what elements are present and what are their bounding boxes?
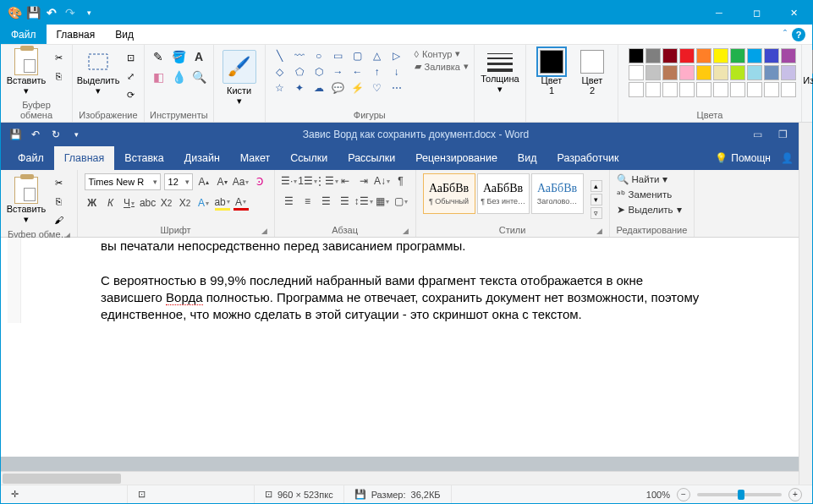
font-name-select[interactable]: Times New R bbox=[85, 173, 161, 190]
font-color-icon[interactable]: A bbox=[233, 195, 249, 211]
increase-indent-icon[interactable]: ⇥ bbox=[356, 173, 371, 189]
color-swatch[interactable] bbox=[662, 48, 678, 63]
tab-view[interactable]: Вид bbox=[105, 25, 144, 44]
word-cut-icon[interactable]: ✂ bbox=[50, 175, 67, 190]
ribbon-collapse-icon[interactable]: ˆ bbox=[783, 29, 787, 41]
paint-horizontal-scrollbar[interactable] bbox=[1, 471, 799, 485]
shapes-gallery[interactable]: ╲〰○▭▢△▷ ◇⬠⬡→←↑↓ ☆✦☁💬⚡♡⋯ bbox=[271, 48, 406, 96]
justify-icon[interactable]: ☰ bbox=[338, 194, 353, 209]
align-left-icon[interactable]: ☰ bbox=[282, 194, 297, 209]
color-swatch[interactable] bbox=[645, 65, 661, 80]
font-size-select[interactable]: 12 bbox=[164, 173, 193, 190]
show-marks-icon[interactable]: ¶ bbox=[393, 173, 409, 189]
color-swatch[interactable] bbox=[713, 65, 728, 80]
color-swatch[interactable] bbox=[645, 82, 661, 97]
borders-icon[interactable]: ▢ bbox=[393, 194, 409, 209]
styles-scroll-down-icon[interactable]: ▾ bbox=[591, 194, 602, 205]
multilevel-icon[interactable]: ⋮☰ bbox=[319, 173, 334, 189]
italic-button[interactable]: К bbox=[103, 195, 118, 211]
eraser-icon[interactable]: ◧ bbox=[150, 68, 167, 85]
color-swatch[interactable] bbox=[781, 65, 796, 80]
color-swatch[interactable] bbox=[730, 48, 745, 63]
tab-file[interactable]: Файл bbox=[1, 25, 47, 44]
word-ribbon-options-icon[interactable]: ▭ bbox=[748, 127, 766, 142]
numbering-icon[interactable]: 1☰ bbox=[300, 173, 316, 189]
shape-fill-button[interactable]: ▰Заливка ▾ bbox=[415, 61, 469, 72]
wtab-file[interactable]: Файл bbox=[8, 146, 54, 170]
color-swatch[interactable] bbox=[629, 48, 644, 63]
dialog-launcher-icon[interactable]: ◢ bbox=[261, 227, 267, 235]
bold-button[interactable]: Ж bbox=[85, 195, 100, 211]
qat-customize-icon[interactable]: ▾ bbox=[80, 4, 97, 21]
wtab-home[interactable]: Главная bbox=[54, 146, 115, 170]
style-normal[interactable]: АаБбВв¶ Обычный bbox=[423, 173, 475, 214]
bullets-icon[interactable]: ☰· bbox=[282, 173, 297, 189]
wtab-layout[interactable]: Макет bbox=[230, 146, 280, 170]
resize-icon[interactable]: ⤢ bbox=[122, 68, 139, 84]
color-palette[interactable] bbox=[629, 48, 796, 97]
edit-colors-button[interactable]: Изменение цветов bbox=[807, 48, 813, 96]
text-effects-icon[interactable]: A bbox=[196, 195, 211, 211]
wtab-design[interactable]: Дизайн bbox=[174, 146, 230, 170]
color-swatch[interactable] bbox=[629, 65, 644, 80]
wtab-view[interactable]: Вид bbox=[508, 146, 547, 170]
word-save-icon[interactable]: 💾 bbox=[8, 127, 23, 142]
wtab-references[interactable]: Ссылки bbox=[280, 146, 338, 170]
color-swatch[interactable] bbox=[747, 82, 762, 97]
wtab-mailings[interactable]: Рассылки bbox=[338, 146, 405, 170]
line-spacing-icon[interactable]: ↕☰ bbox=[356, 194, 371, 209]
color-swatch[interactable] bbox=[645, 48, 661, 63]
subscript-icon[interactable]: X2 bbox=[159, 195, 174, 211]
maximize-button[interactable]: ◻ bbox=[738, 1, 775, 25]
wtab-insert[interactable]: Вставка bbox=[114, 146, 173, 170]
color-swatch[interactable] bbox=[696, 48, 711, 63]
tab-home[interactable]: Главная bbox=[47, 25, 106, 44]
color-swatch[interactable] bbox=[781, 82, 796, 97]
paste-button[interactable]: Вставить▾ bbox=[6, 48, 47, 96]
help-icon[interactable]: ? bbox=[792, 28, 805, 41]
color-swatch[interactable] bbox=[730, 82, 745, 97]
strikethrough-icon[interactable]: abc bbox=[140, 195, 156, 211]
color-swatch[interactable] bbox=[764, 65, 779, 80]
color1-button[interactable]: Цвет 1 bbox=[531, 48, 572, 96]
underline-button[interactable]: Ч bbox=[122, 195, 137, 211]
brushes-button[interactable]: 🖌️ Кисти▾ bbox=[219, 48, 260, 106]
dialog-launcher-icon[interactable]: ◢ bbox=[403, 227, 409, 235]
style-heading1[interactable]: АаБбВвЗаголово… bbox=[531, 173, 584, 214]
shrink-font-icon[interactable]: A▾ bbox=[215, 174, 230, 189]
zoom-in-button[interactable]: + bbox=[788, 488, 802, 501]
select-button[interactable]: Выделить▾ bbox=[78, 48, 118, 96]
color-swatch[interactable] bbox=[781, 48, 796, 63]
color-swatch[interactable] bbox=[679, 65, 695, 80]
crop-icon[interactable]: ⊡ bbox=[122, 50, 139, 65]
color-swatch[interactable] bbox=[696, 82, 711, 97]
word-undo-icon[interactable]: ↶ bbox=[28, 127, 43, 142]
paint-vertical-scrollbar[interactable] bbox=[799, 123, 812, 485]
tell-me-button[interactable]: 💡 Помощн bbox=[715, 152, 771, 164]
cut-icon[interactable]: ✂ bbox=[50, 50, 67, 65]
eyedropper-icon[interactable]: 💧 bbox=[170, 68, 187, 85]
superscript-icon[interactable]: X2 bbox=[178, 195, 193, 211]
color-swatch[interactable] bbox=[730, 65, 745, 80]
dialog-launcher-icon[interactable]: ◢ bbox=[596, 227, 602, 235]
color-swatch[interactable] bbox=[696, 65, 711, 80]
paint-canvas[interactable]: 💾 ↶ ↻ ▾ Завис Ворд как сохранить докумен… bbox=[1, 123, 812, 485]
color-swatch[interactable] bbox=[747, 48, 762, 63]
text-icon[interactable]: A bbox=[190, 48, 207, 65]
color-swatch[interactable] bbox=[713, 48, 728, 63]
decrease-indent-icon[interactable]: ⇤ bbox=[338, 173, 353, 189]
color-swatch[interactable] bbox=[764, 48, 779, 63]
qat-redo-icon[interactable]: ↷ bbox=[62, 4, 79, 21]
word-paste-button[interactable]: Вставить▾ bbox=[8, 173, 45, 227]
color-swatch[interactable] bbox=[764, 82, 779, 97]
align-right-icon[interactable]: ☰ bbox=[319, 194, 334, 209]
find-button[interactable]: 🔍Найти ▾ bbox=[617, 173, 682, 185]
style-no-spacing[interactable]: АаБбВв¶ Без инте… bbox=[477, 173, 530, 214]
wtab-review[interactable]: Рецензирование bbox=[405, 146, 508, 170]
qat-undo-icon[interactable]: ↶ bbox=[43, 4, 60, 21]
shading-icon[interactable]: ▦ bbox=[375, 194, 390, 209]
color-swatch[interactable] bbox=[629, 82, 644, 97]
color-swatch[interactable] bbox=[713, 82, 728, 97]
word-qat-customize-icon[interactable]: ▾ bbox=[69, 127, 84, 142]
wtab-developer[interactable]: Разработчик bbox=[547, 146, 629, 170]
